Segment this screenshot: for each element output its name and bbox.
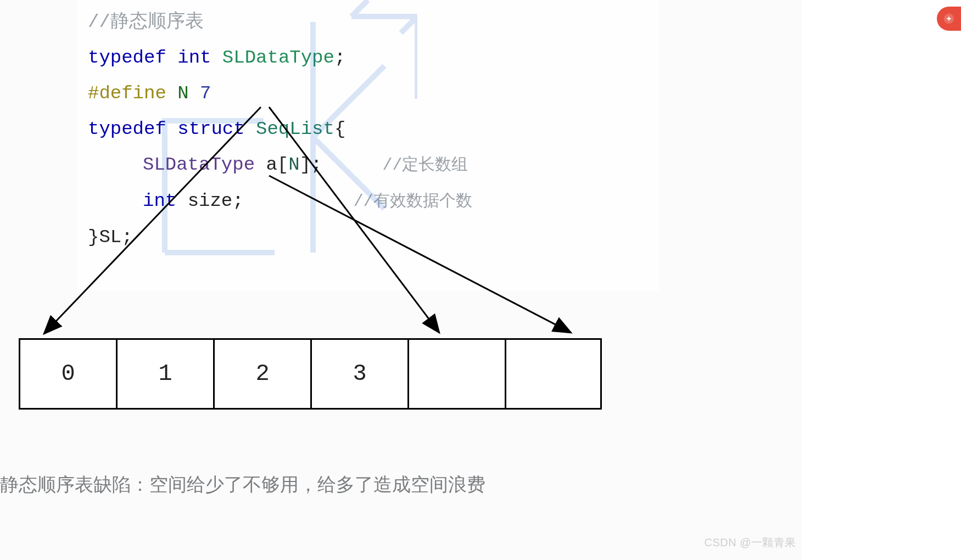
field2-name: size: [188, 191, 233, 211]
code-block: //静态顺序表 typedef int SLDataType; #define …: [77, 0, 659, 291]
code-line-define: #define N 7: [77, 76, 659, 111]
semicolon: ;: [334, 47, 345, 68]
close-semi: ;: [121, 227, 132, 248]
watermark-text: CSDN @一颗青果: [704, 535, 796, 550]
array-cell: 2: [213, 338, 310, 410]
code-line-field2: int size;//有效数据个数: [77, 183, 659, 220]
brace-close: }: [88, 227, 99, 248]
bracket-open: [: [277, 154, 288, 175]
array-size: N: [288, 154, 299, 175]
field1-comment: //定长数组: [382, 148, 468, 183]
kw-typedef2: typedef: [88, 119, 177, 139]
comment-text: //静态顺序表: [88, 12, 204, 32]
typedef-alias: SL: [99, 227, 121, 248]
field2-type: int: [143, 191, 188, 211]
array-cell: [505, 338, 602, 410]
code-line-typedef-int: typedef int SLDataType;: [77, 40, 659, 76]
code-line-field1: SLDataType a[N];//定长数组: [77, 147, 659, 183]
field2-semi: ;: [232, 191, 243, 211]
struct-name: SeqList: [256, 119, 334, 139]
macro-name: N: [177, 83, 200, 104]
code-line-close: }SL;: [77, 220, 659, 255]
kw-int: int: [177, 47, 222, 68]
type-name: SLDataType: [222, 47, 334, 68]
field1-semi: ;: [311, 154, 322, 175]
bracket-close: ]: [300, 154, 311, 175]
code-line-struct: typedef struct SeqList{: [77, 111, 659, 147]
array-cell: 1: [116, 338, 213, 410]
preproc: #define: [88, 83, 177, 104]
caption-text: 静态顺序表缺陷：空间给少了不够用，给多了造成空间浪费: [0, 472, 485, 497]
kw-struct: struct: [177, 119, 256, 139]
kw-typedef: typedef: [88, 47, 177, 68]
brace-open: {: [334, 119, 345, 139]
field1-name: a: [266, 154, 277, 175]
array-diagram: 0 1 2 3: [19, 338, 602, 410]
field1-type: SLDataType: [143, 154, 266, 175]
macro-value: 7: [200, 83, 211, 104]
array-cell: 0: [19, 338, 116, 410]
field2-comment: //有效数据个数: [354, 184, 472, 220]
corner-badge-icon: [937, 7, 961, 31]
array-cell: [407, 338, 505, 410]
array-cell: 3: [310, 338, 407, 410]
code-line-comment: //静态顺序表: [77, 4, 659, 40]
